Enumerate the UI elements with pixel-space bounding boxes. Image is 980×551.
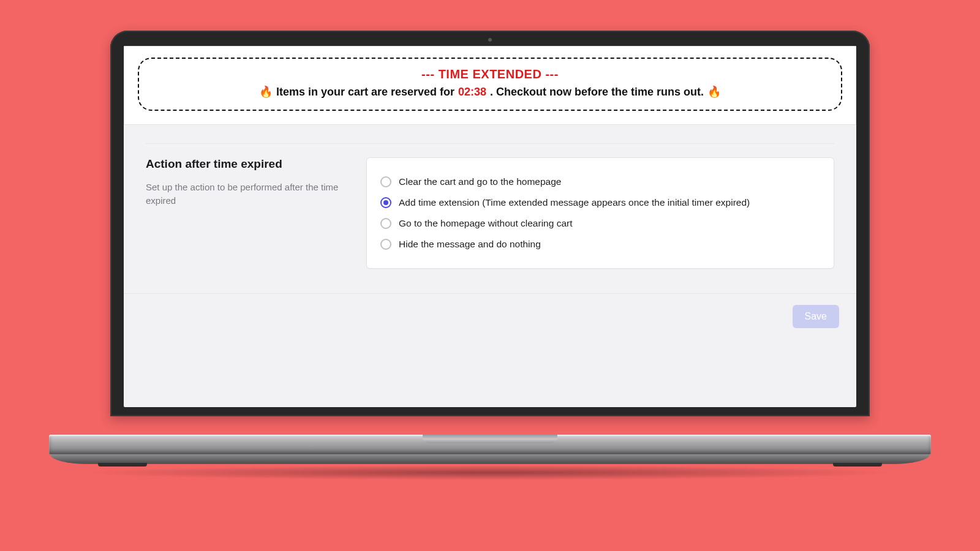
section-intro: Action after time expired Set up the act… — [146, 157, 342, 269]
footer-bar: Save — [124, 293, 856, 339]
radio-label: Add time extension (Time extended messag… — [399, 197, 750, 208]
radio-label: Go to the homepage without clearing cart — [399, 218, 572, 229]
banner-timer: 02:38 — [458, 86, 486, 99]
time-extended-banner: --- TIME EXTENDED --- 🔥 Items in your ca… — [138, 58, 842, 111]
laptop-base — [50, 454, 930, 464]
laptop-shadow — [80, 465, 900, 480]
laptop-hinge — [49, 435, 931, 454]
radio-option[interactable]: Hide the message and do nothing — [380, 234, 820, 255]
banner-message: 🔥 Items in your cart are reserved for 02… — [259, 85, 721, 99]
banner-suffix: . Checkout now before the time runs out. — [490, 86, 704, 99]
fire-icon: 🔥 — [707, 85, 721, 99]
options-card: Clear the cart and go to the homepageAdd… — [366, 157, 834, 269]
banner-container: --- TIME EXTENDED --- 🔥 Items in your ca… — [124, 46, 856, 125]
banner-title: --- TIME EXTENDED --- — [150, 67, 830, 81]
radio-input[interactable] — [380, 239, 391, 250]
radio-input[interactable] — [380, 176, 391, 187]
camera-dot — [488, 38, 492, 42]
screen: --- TIME EXTENDED --- 🔥 Items in your ca… — [124, 46, 856, 407]
save-button[interactable]: Save — [793, 305, 839, 328]
radio-option[interactable]: Clear the cart and go to the homepage — [380, 171, 820, 192]
radio-label: Clear the cart and go to the homepage — [399, 176, 561, 187]
banner-prefix: Items in your cart are reserved for — [276, 86, 454, 99]
radio-option[interactable]: Add time extension (Time extended messag… — [380, 192, 820, 213]
radio-label: Hide the message and do nothing — [399, 239, 541, 250]
radio-option[interactable]: Go to the homepage without clearing cart — [380, 213, 820, 234]
settings-section: Action after time expired Set up the act… — [124, 125, 856, 293]
section-heading: Action after time expired — [146, 157, 342, 171]
radio-input[interactable] — [380, 197, 391, 208]
screen-bezel: --- TIME EXTENDED --- 🔥 Items in your ca… — [110, 31, 870, 416]
fire-icon: 🔥 — [259, 85, 273, 99]
laptop-frame: --- TIME EXTENDED --- 🔥 Items in your ca… — [110, 31, 870, 416]
divider — [146, 143, 834, 144]
radio-input[interactable] — [380, 218, 391, 229]
section-description: Set up the action to be performed after … — [146, 181, 342, 208]
